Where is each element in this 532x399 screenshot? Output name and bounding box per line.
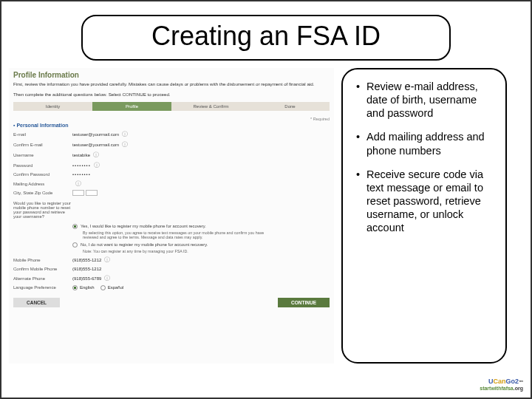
bullet-summary-box: Review e-mail address, date of birth, us… [341, 68, 507, 364]
bullet-item: Add mailing address and phone numbers [356, 130, 495, 157]
email-field[interactable]: testuser@yourmail.com [72, 132, 119, 137]
form-header: Profile Information [13, 71, 330, 79]
mobile-register-question: Would you like to register your mobile p… [13, 201, 72, 219]
radio-no[interactable] [72, 242, 78, 248]
radio-english[interactable] [72, 285, 78, 290]
step-review: Review & Confirm [171, 102, 250, 111]
slide-title: Creating an FSA ID [83, 21, 449, 52]
confirm-mobile-field[interactable]: (918)555-1212 [72, 266, 101, 272]
language-label: Language Preference [13, 285, 72, 290]
form-screenshot: Profile Information First, review the in… [9, 68, 334, 364]
info-icon[interactable]: ⓘ [75, 180, 81, 188]
section-personal-info: Personal Information [13, 123, 330, 128]
confirm-password-label: Confirm Password [13, 172, 72, 177]
radio-yes[interactable] [72, 224, 78, 229]
password-label: Password [13, 163, 72, 168]
required-legend: * Required [13, 117, 330, 121]
form-instruction-2: Then complete the additional questions b… [13, 92, 330, 98]
username-field[interactable]: testabike [72, 152, 90, 158]
username-label: Username [13, 153, 72, 157]
info-icon[interactable]: ⓘ [93, 151, 99, 159]
radio-no-subtext: Note: You can register at any time by ma… [83, 249, 267, 253]
zip-input[interactable] [86, 190, 98, 196]
confirm-email-label: Confirm E-mail [13, 143, 72, 147]
mailing-address-label: Mailing Address [13, 182, 72, 186]
mobile-phone-field[interactable]: (918)555-1212 [72, 257, 101, 263]
state-select[interactable] [72, 190, 84, 196]
lang-espanol-label: Español [108, 284, 124, 290]
confirm-password-field[interactable]: •••••••• [72, 171, 91, 177]
info-icon[interactable]: ⓘ [104, 256, 110, 264]
info-icon[interactable]: ⓘ [104, 274, 110, 282]
radio-no-label: No, I do not want to register my mobile … [81, 242, 208, 248]
alt-phone-field[interactable]: (918)555-6789 [72, 276, 101, 282]
mobile-phone-label: Mobile Phone [13, 258, 72, 262]
confirm-mobile-label: Confirm Mobile Phone [13, 267, 72, 271]
password-field[interactable]: •••••••• [72, 163, 91, 168]
form-instruction-1: First, review the information you have p… [13, 81, 330, 87]
email-label: E-mail [13, 132, 72, 137]
info-icon[interactable]: ⓘ [122, 130, 128, 138]
radio-espanol[interactable] [100, 285, 106, 290]
footer-logos: UCanGo2™ startwithfafsa.org [480, 378, 523, 392]
radio-yes-subtext: By selecting this option, you agree to r… [83, 231, 267, 240]
slide-title-box: Creating an FSA ID [81, 15, 451, 61]
bullet-item: Review e-mail address, date of birth, us… [356, 80, 495, 120]
step-identity: Identity [13, 102, 92, 111]
progress-stepper: Identity Profile Review & Confirm Done [13, 102, 330, 111]
info-icon[interactable]: ⓘ [122, 140, 128, 149]
cancel-button[interactable]: CANCEL [13, 298, 60, 307]
step-profile: Profile [92, 102, 171, 111]
bullet-item: Receive secure code via text message or … [356, 168, 495, 235]
lang-english-label: English [80, 284, 95, 290]
step-done: Done [250, 102, 330, 111]
continue-button[interactable]: CONTINUE [278, 298, 330, 307]
alt-phone-label: Alternate Phone [13, 276, 72, 281]
startwithfafsa-logo: startwithfafsa.org [480, 386, 523, 392]
radio-yes-label: Yes, I would like to register my mobile … [81, 224, 206, 229]
confirm-email-field[interactable]: testuser@yourmail.com [72, 142, 119, 148]
ucango2-logo: UCanGo2™ [480, 378, 523, 386]
city-state-zip-label: City, State Zip Code [13, 191, 72, 195]
info-icon[interactable]: ⓘ [94, 161, 100, 169]
